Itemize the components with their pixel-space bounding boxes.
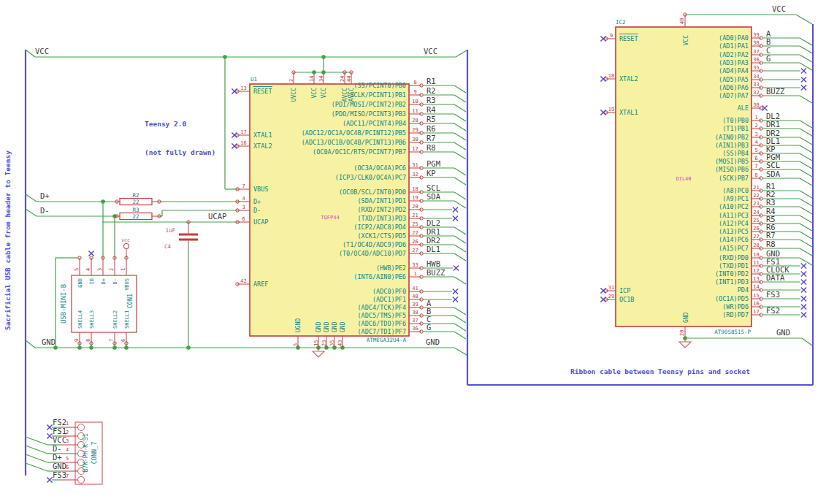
pin-name: GND xyxy=(324,321,330,332)
pin-name: (AD2)PA2 xyxy=(719,51,749,58)
pin-number: 36 xyxy=(412,326,418,332)
pin-name: (OC0B/SCL/INT0)PD0 xyxy=(339,188,406,196)
pin-number: 38 xyxy=(412,310,418,316)
pin-number: 12 xyxy=(412,146,418,152)
vcc-power-symbol[interactable]: vcc xyxy=(121,237,130,258)
net-label-dr1: DR1 xyxy=(427,227,440,236)
cap-ref: C4 xyxy=(164,243,172,250)
pin-name: ALE xyxy=(738,104,749,112)
net-label-dr2: DR2 xyxy=(427,236,440,245)
net-label-scl: SCL xyxy=(427,183,440,192)
resistor-value: 22 xyxy=(132,213,139,220)
net-label-r7: R7 xyxy=(766,231,776,240)
pin-number: 39 xyxy=(753,32,759,38)
chip-u1[interactable]: U1ATMEGA32U4-ATQFP442UVCC14VCC34VCC24AVC… xyxy=(232,70,466,348)
bus-entry xyxy=(454,332,466,339)
pin-name: (T1)PB1 xyxy=(722,125,749,132)
pin-number: 9 xyxy=(413,89,416,95)
bus-entry xyxy=(26,209,37,216)
net-label-fs2: FS2 xyxy=(53,418,66,427)
pin-name: (A9)PC1 xyxy=(722,195,749,202)
pin-number: 28 xyxy=(412,118,418,123)
net-label-vcc: VCC xyxy=(53,435,66,444)
connector-con1[interactable]: 5GND4ID3D+2D-1VBUS9SHELL48SHELL37SHELL26… xyxy=(56,251,137,348)
net-label-vcc: VCC xyxy=(772,4,786,13)
pin-number: 40 xyxy=(679,18,685,24)
ic2-value: AT90S8515-P xyxy=(714,329,751,335)
pin-name: (OC3A/OC4A)PC6 xyxy=(353,164,406,172)
bus-entry xyxy=(800,38,812,45)
pin-number: 21 xyxy=(753,185,759,191)
chip-ic2[interactable]: IC2AT90S8515-PDIL4040VCCVCC20GNDGND9RESE… xyxy=(600,4,812,348)
bus-entry xyxy=(800,191,812,198)
pin-name: (ADC4/TCK)PF4 xyxy=(357,304,406,311)
pin-number: 44 xyxy=(346,76,352,82)
cap-plate xyxy=(179,239,198,241)
pin-name: (MISO)PB6 xyxy=(715,166,749,173)
bus-entry xyxy=(800,55,812,62)
pin-number: 4 xyxy=(85,268,91,271)
pin-name: (MOSI)PB5 xyxy=(715,158,749,165)
pin-name: (SCK)PB7 xyxy=(719,175,749,182)
pin-number: 8 xyxy=(754,172,757,178)
pin-name: (PDO/MISO/PCINT3)PB3 xyxy=(332,110,406,118)
bus-entry xyxy=(26,194,37,202)
conn7-pad xyxy=(78,424,85,431)
con1-ref: CON1 xyxy=(126,294,134,308)
capacitor-c4[interactable]: 1uFC4 xyxy=(164,222,198,348)
note-teensy: Teensy 2.0 (not fully drawn) xyxy=(145,100,215,176)
pin-number: 19 xyxy=(412,195,418,201)
net-label-hwb: HWB xyxy=(427,259,440,268)
pin-name: (SS/PCINT0)PB0 xyxy=(353,82,406,89)
bus-entry xyxy=(800,224,812,231)
pin-number: 34 xyxy=(753,74,759,80)
note-ribbon-cable: Ribbon cable between Teensy pins and soc… xyxy=(570,367,750,376)
cap-value: 1uF xyxy=(165,227,175,234)
pin-number: 18 xyxy=(412,186,418,192)
resistor-r3[interactable]: R322 xyxy=(115,207,161,220)
pin-name: GND xyxy=(77,278,83,288)
schematic-canvas: VCCVCCGNDGNDD+D-R222R322UCAP1uFC4vcc5GND… xyxy=(0,0,826,504)
ic2-package: DIL40 xyxy=(676,176,691,182)
pin-number: 40 xyxy=(412,294,418,299)
bus-entry xyxy=(454,177,466,185)
pin-number: 1 xyxy=(754,115,757,121)
pin-number: 32 xyxy=(412,172,418,177)
bus-entry xyxy=(800,153,812,161)
note-teensy-line2: (not fully drawn) xyxy=(145,148,215,157)
net-label-r8: R8 xyxy=(427,143,436,152)
schematic-drawing: VCCVCCGNDGNDD+D-R222R322UCAP1uFC4vcc5GND… xyxy=(0,0,826,504)
pin-number: 23 xyxy=(321,340,327,346)
bus-entry xyxy=(456,50,467,57)
bus-entry xyxy=(800,215,812,223)
pin-name: (INT1)PD3 xyxy=(715,278,749,286)
pin-name: ID xyxy=(89,278,95,284)
pin-number: 13 xyxy=(753,276,759,282)
vcc-symbol-icon xyxy=(124,244,129,249)
resistor-r2[interactable]: R222 xyxy=(115,192,161,205)
pin-number: 23 xyxy=(753,201,759,207)
pin-name: (PDI/MOSI/PCINT2)PB2 xyxy=(332,101,406,108)
bus-entry xyxy=(800,199,812,206)
pin-name: UVCC xyxy=(291,88,297,102)
pin-number: 36 xyxy=(753,57,759,63)
pin-number: 4 xyxy=(242,196,245,202)
net-label-dl2: DL2 xyxy=(427,218,440,227)
net-label-ucap: UCAP xyxy=(208,212,226,221)
bus-entry xyxy=(454,192,466,199)
net-label-sda: SDA xyxy=(766,169,781,178)
pin-number: 27 xyxy=(753,234,759,240)
pin-name: (T0)PB0 xyxy=(722,117,749,124)
pin-number: 38 xyxy=(753,40,759,46)
bus-entry xyxy=(454,95,466,102)
pin-number: 20 xyxy=(412,204,418,210)
pin-name: (A11)PC3 xyxy=(719,212,749,219)
pin-number: 1 xyxy=(413,271,416,277)
net-label-gnd: GND xyxy=(42,337,56,346)
connector-conn7[interactable]: 1FS22FS13VCC4D-5D+6GND7FS3B7K-PH-K-S1CON… xyxy=(26,418,102,485)
pin-number: 15 xyxy=(313,340,319,346)
pin-number: 15 xyxy=(753,293,759,299)
net-label-fs2: FS2 xyxy=(766,306,780,315)
pin-number: 12 xyxy=(753,268,759,274)
pin-number: 3 xyxy=(242,205,245,210)
